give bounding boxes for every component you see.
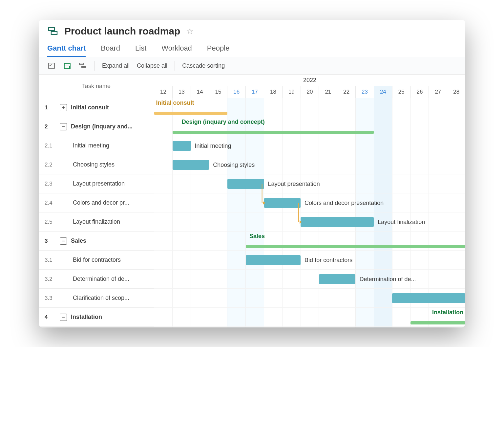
svg-rect-2 bbox=[49, 63, 54, 68]
day-header[interactable]: 16 bbox=[227, 86, 245, 98]
day-header[interactable]: 19 bbox=[282, 86, 301, 98]
task-group-row[interactable]: 1+Initial consult bbox=[39, 98, 154, 117]
checklist-icon[interactable] bbox=[47, 61, 56, 70]
svg-point-6 bbox=[69, 68, 70, 69]
task-bar[interactable] bbox=[173, 160, 209, 170]
favorite-star-icon[interactable]: ☆ bbox=[186, 26, 194, 36]
task-bar[interactable] bbox=[246, 255, 301, 265]
day-header[interactable]: 27 bbox=[429, 86, 447, 98]
day-header[interactable]: 20 bbox=[301, 86, 319, 98]
page-title: Product launch roadmap bbox=[64, 26, 180, 37]
task-bar[interactable] bbox=[319, 274, 356, 284]
summary-bar[interactable] bbox=[173, 131, 374, 134]
task-label: Design (inquary and... bbox=[71, 123, 133, 130]
tab-people[interactable]: People bbox=[207, 44, 230, 57]
day-header[interactable]: 25 bbox=[392, 86, 410, 98]
task-bar[interactable] bbox=[301, 217, 374, 227]
task-bar[interactable] bbox=[173, 141, 191, 151]
task-grid: Task name 1+Initial consult2−Design (inq… bbox=[39, 75, 154, 327]
task-row[interactable]: 2.2Choosing styles bbox=[39, 155, 154, 174]
day-header[interactable]: 22 bbox=[337, 86, 355, 98]
gantt-body: Task name 1+Initial consult2−Design (inq… bbox=[39, 75, 465, 327]
summary-label: Sales bbox=[249, 233, 265, 240]
task-row[interactable]: 3.1Bid for contractors bbox=[39, 251, 154, 270]
summary-bar[interactable] bbox=[154, 112, 227, 115]
day-header[interactable]: 12 bbox=[154, 86, 172, 98]
collapse-all-button[interactable]: Collapse all bbox=[137, 62, 167, 69]
task-row[interactable]: 4.1Start of the installation bbox=[39, 327, 154, 327]
timeline-row: Determination of de... bbox=[154, 270, 465, 289]
toolbar: Expand all Collapse all Cascade sorting bbox=[39, 57, 465, 75]
day-header[interactable]: 26 bbox=[410, 86, 429, 98]
task-group-row[interactable]: 3−Sales bbox=[39, 232, 154, 251]
day-header[interactable]: 13 bbox=[172, 86, 191, 98]
cascade-sorting-button[interactable]: Cascade sorting bbox=[182, 62, 225, 69]
task-number: 2.4 bbox=[45, 200, 56, 206]
day-header[interactable]: 28 bbox=[447, 86, 465, 98]
task-bar[interactable] bbox=[227, 179, 264, 189]
task-bar-label: Bid for contractors bbox=[304, 256, 352, 263]
task-row[interactable]: 2.4Colors and decor pr... bbox=[39, 193, 154, 212]
timeline-year: 2022 bbox=[154, 75, 465, 86]
summary-label: Initial consult bbox=[156, 100, 194, 106]
view-tabs: Gantt chartBoardListWorkloadPeople bbox=[47, 44, 457, 57]
timeline-row: Bid for contractors bbox=[154, 251, 465, 270]
task-row[interactable]: 2.5Layout finalization bbox=[39, 212, 154, 232]
collapse-icon[interactable]: − bbox=[60, 314, 67, 321]
task-row[interactable]: 3.2Determination of de... bbox=[39, 270, 154, 289]
svg-rect-3 bbox=[64, 63, 70, 69]
svg-rect-8 bbox=[81, 66, 86, 68]
task-group-row[interactable]: 2−Design (inquary and... bbox=[39, 117, 154, 136]
expand-icon[interactable]: + bbox=[60, 104, 67, 111]
day-header[interactable]: 15 bbox=[209, 86, 227, 98]
task-bar-label: Layout presentation bbox=[268, 180, 320, 187]
day-header[interactable]: 18 bbox=[264, 86, 282, 98]
task-label: Sales bbox=[71, 237, 86, 244]
separator bbox=[175, 61, 175, 71]
task-bar[interactable] bbox=[264, 198, 301, 208]
task-group-row[interactable]: 4−Installation bbox=[39, 308, 154, 327]
day-header[interactable]: 23 bbox=[355, 86, 374, 98]
task-bar-label: Determination of de... bbox=[359, 276, 416, 282]
tab-workload[interactable]: Workload bbox=[161, 44, 192, 57]
expand-all-button[interactable]: Expand all bbox=[102, 62, 130, 69]
task-bar-label: Colors and decor presentation bbox=[304, 199, 384, 206]
summary-bar[interactable] bbox=[410, 321, 465, 324]
gantt-icon[interactable] bbox=[79, 61, 87, 70]
day-header[interactable]: 21 bbox=[319, 86, 337, 98]
project-icon bbox=[47, 26, 58, 37]
tab-gantt-chart[interactable]: Gantt chart bbox=[47, 44, 86, 57]
task-row[interactable]: 2.1Initial meeting bbox=[39, 136, 154, 155]
svg-rect-0 bbox=[49, 28, 54, 31]
task-label: Layout finalization bbox=[71, 218, 120, 225]
task-label: Choosing styles bbox=[71, 161, 115, 168]
task-bar[interactable] bbox=[392, 293, 465, 303]
task-label: Initial meeting bbox=[71, 142, 109, 149]
task-row[interactable]: 2.3Layout presentation bbox=[39, 174, 154, 193]
collapse-icon[interactable]: − bbox=[60, 123, 67, 130]
tab-board[interactable]: Board bbox=[101, 44, 120, 57]
day-header[interactable]: 24 bbox=[374, 86, 392, 98]
task-bar-label: Choosing styles bbox=[213, 161, 255, 168]
timeline-row: Layout finalization bbox=[154, 212, 465, 232]
task-number: 4 bbox=[45, 314, 56, 321]
timeline-row: Colors and decor presentation bbox=[154, 193, 465, 212]
task-number: 2.1 bbox=[45, 143, 56, 149]
timeline-row: Design (inquary and concept) bbox=[154, 117, 465, 136]
day-header[interactable]: 14 bbox=[191, 86, 209, 98]
grid-column-header: Task name bbox=[39, 75, 154, 98]
day-header[interactable]: 17 bbox=[245, 86, 264, 98]
task-label: Determination of de... bbox=[71, 276, 129, 282]
collapse-icon[interactable]: − bbox=[60, 237, 67, 245]
timeline[interactable]: 2022 1213141516171819202122232425262728 … bbox=[154, 75, 465, 327]
task-number: 3.1 bbox=[45, 257, 56, 263]
svg-rect-7 bbox=[79, 63, 83, 65]
task-number: 3.3 bbox=[45, 295, 56, 301]
task-number: 1 bbox=[45, 104, 56, 111]
summary-bar[interactable] bbox=[246, 245, 465, 248]
calendar-alert-icon[interactable] bbox=[63, 61, 72, 70]
task-label: Bid for contractors bbox=[71, 256, 121, 263]
task-row[interactable]: 3.3Clarification of scop... bbox=[39, 289, 154, 308]
tab-list[interactable]: List bbox=[135, 44, 146, 57]
task-number: 2.3 bbox=[45, 181, 56, 187]
